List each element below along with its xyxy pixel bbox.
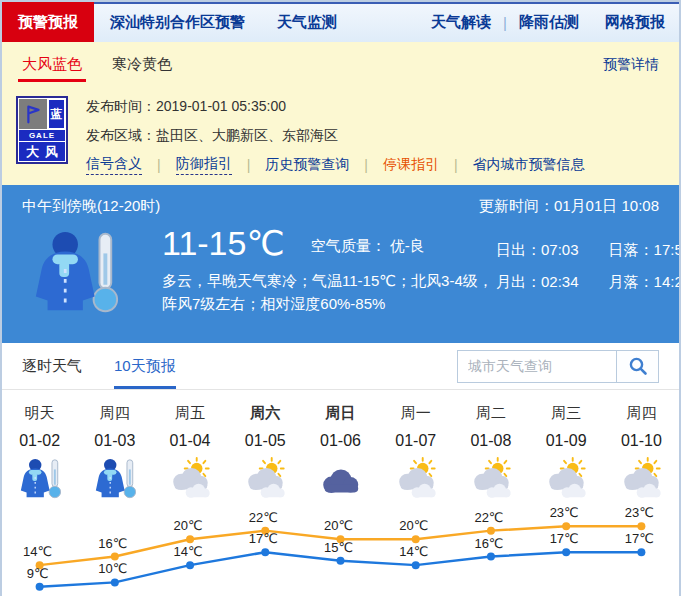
day-date: 01-03 [77,431,152,450]
cold-weather-icon [28,225,122,321]
day-name: 周四 [604,402,679,424]
partly-cloudy-icon [468,456,514,502]
moonset-label: 月落： [609,273,654,290]
alert-tab-cold-yellow[interactable]: 寒冷黄色 [112,42,172,87]
moonset-time: 月落：14:20 [609,273,681,292]
nav-link-grid-forecast[interactable]: 网格预报 [605,13,665,32]
sunrise-value: 07:03 [541,241,579,258]
temp-point [637,522,645,530]
sunrise-time: 日出：07:03 [496,241,579,260]
temp-label: 23℃ [550,506,579,520]
forecast-day: 周四01-03 [77,402,152,506]
forecast-days: 明天01-02周四01-03周五01-04周六01-05周日01-06周一01-… [2,390,679,506]
temp-label: 22℃ [474,510,503,525]
sunset-time: 日落：17:50 [609,241,681,260]
update-time-label: 更新时间： [479,197,554,214]
weather-widget: 预警预报 深汕特别合作区预警 天气监测 天气解读 | 降雨估测 网格预报 大风蓝… [0,0,681,596]
update-time: 更新时间：01月01日 10:08 [479,197,659,216]
temp-point [337,557,345,565]
update-time-value: 01月01日 10:08 [554,197,659,214]
temp-point [637,548,645,556]
temp-label: 20℃ [399,518,428,533]
nav-separator: | [503,14,507,31]
publish-time-value: 2019-01-01 05:35:00 [156,98,286,114]
link-separator: | [247,157,251,173]
moonrise-value: 02:34 [541,273,579,290]
alert-links: 信号含义 | 防御指引 | 历史预警查询 | 停课指引 | 省内城市预警信息 [86,155,659,175]
temp-label: 17℃ [625,531,654,546]
publish-area-row: 发布区域：盐田区、大鹏新区、东部海区 [86,126,659,144]
cold-icon [92,456,138,502]
nav-link-rain-estimate[interactable]: 降雨估测 [519,13,579,32]
day-date: 01-06 [303,431,378,450]
publish-time-row: 发布时间：2019-01-01 05:35:00 [86,97,659,115]
day-date: 01-09 [529,431,604,450]
partly-cloudy-icon [618,456,664,502]
alert-panel: 蓝 GALE 大风 发布时间：2019-01-01 05:35:00 发布区域：… [2,87,679,185]
cloudy-icon [317,456,363,502]
forecast-day: 明天01-02 [2,402,77,506]
sunset-value: 17:50 [654,241,681,258]
chart-area: 14℃16℃20℃22℃20℃20℃22℃23℃23℃9℃10℃14℃17℃15… [2,506,679,596]
tab-10day-forecast[interactable]: 10天预报 [114,343,176,389]
link-class-suspension-guide[interactable]: 停课指引 [383,156,439,174]
link-separator: | [454,157,458,173]
current-header: 中午到傍晚(12-20时) 更新时间：01月01日 10:08 [22,185,659,221]
day-name: 周二 [453,402,528,424]
sun-moon-times: 日出：07:03 日落：17:50 月出：02:34 月落：14:20 [496,241,681,321]
badge-code-label: GALE [19,130,65,141]
temp-label: 20℃ [324,518,353,533]
day-name: 周一 [378,402,453,424]
temp-label: 20℃ [174,518,203,533]
nav-links: 天气解读 | 降雨估测 网格预报 [431,2,679,42]
badge-type-label: 大风 [19,142,65,161]
partly-cloudy-icon [543,456,589,502]
link-separator: | [157,157,161,173]
nav-tab-weather-monitor[interactable]: 天气监测 [261,2,353,42]
day-date: 01-08 [453,431,528,450]
temperature-chart: 14℃16℃20℃22℃20℃20℃22℃23℃23℃9℃10℃14℃17℃15… [2,506,679,596]
search-icon [628,356,648,376]
gale-flag-icon [19,99,47,129]
alert-tab-gale-blue[interactable]: 大风蓝色 [22,42,82,87]
temp-label: 23℃ [625,506,654,520]
temp-point [186,561,194,569]
day-date: 01-10 [604,431,679,450]
temp-label: 17℃ [249,531,278,546]
temp-point [487,527,495,535]
current-conditions-panel: 中午到傍晚(12-20时) 更新时间：01月01日 10:08 11-15℃ 空… [2,185,679,343]
day-name: 周六 [228,402,303,424]
link-province-city-warnings[interactable]: 省内城市预警信息 [473,156,585,174]
current-main: 11-15℃ 空气质量： 优-良 多云，早晚天气寒冷；气温11-15℃；北风3-… [162,225,496,321]
day-name: 周五 [152,402,227,424]
nav-tab-warning-forecast[interactable]: 预警预报 [2,2,94,42]
partly-cloudy-icon [393,456,439,502]
current-body: 11-15℃ 空气质量： 优-良 多云，早晚天气寒冷；气温11-15℃；北风3-… [22,225,659,321]
forecast-day: 周一01-07 [378,402,453,506]
moonrise-time: 月出：02:34 [496,273,579,292]
forecast-day: 周日01-06 [303,402,378,506]
link-defense-guide[interactable]: 防御指引 [176,155,232,175]
link-separator: | [364,157,368,173]
temp-point [261,548,269,556]
temp-point [186,535,194,543]
air-quality-label: 空气质量： [311,237,386,254]
day-date: 01-05 [228,431,303,450]
link-signal-meaning[interactable]: 信号含义 [86,155,142,175]
day-date: 01-07 [378,431,453,450]
city-search-input[interactable] [458,351,616,382]
day-name: 周三 [529,402,604,424]
tab-hourly-weather[interactable]: 逐时天气 [22,343,82,389]
temp-label: 16℃ [474,536,503,551]
nav-tab-shenshan-warning[interactable]: 深汕特别合作区预警 [94,2,261,42]
link-history-warning-query[interactable]: 历史预警查询 [265,156,349,174]
nav-link-weather-analysis[interactable]: 天气解读 [431,13,491,32]
search-button[interactable] [616,351,658,382]
temp-label: 10℃ [98,561,127,576]
temp-point [111,553,119,561]
cold-icon [17,456,63,502]
day-date: 01-02 [2,431,77,450]
publish-area-label: 发布区域： [86,127,156,143]
badge-level-label: 蓝 [48,99,65,129]
alert-detail-link[interactable]: 预警详情 [603,56,659,74]
